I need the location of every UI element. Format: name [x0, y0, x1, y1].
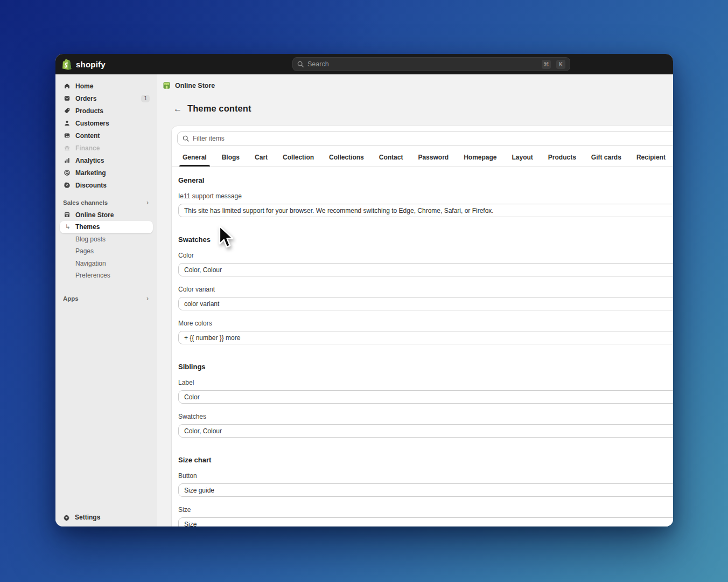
chevron-right-icon: ›	[146, 295, 149, 302]
section-swatches: Swatches Color Color variant More colors	[178, 235, 673, 344]
shopify-logo-text: shopify	[76, 60, 106, 69]
section-heading: Swatches	[178, 235, 673, 244]
online-store-icon	[163, 81, 171, 89]
mouse-cursor	[218, 225, 236, 250]
sidebar-item-content[interactable]: Content	[60, 129, 153, 142]
sidebar-item-home[interactable]: Home	[60, 80, 153, 92]
sidebar-item-preferences[interactable]: Preferences	[60, 269, 153, 282]
sidebar: Home Orders 1 Products Customers C	[55, 74, 157, 526]
color-variant-field[interactable]	[178, 297, 673, 310]
sidebar-item-themes[interactable]: ↳ Themes	[60, 221, 153, 233]
theme-content-tabs: General Blogs Cart Collection Collection…	[172, 148, 673, 167]
ie11-support-message-field[interactable]	[178, 204, 673, 217]
section-general: General Ie11 support message	[178, 176, 673, 217]
section-heading: General	[178, 176, 673, 184]
sidebar-item-discounts[interactable]: Discounts	[60, 179, 153, 191]
sidebar-item-analytics[interactable]: Analytics	[60, 154, 153, 167]
field-label: Size	[178, 506, 673, 514]
shopify-bag-icon	[62, 59, 73, 70]
sidebar-item-settings[interactable]: Settings	[60, 511, 153, 524]
theme-content-card: General Blogs Cart Collection Collection…	[171, 126, 673, 526]
orders-count-badge: 1	[141, 95, 150, 102]
ie11-support-message-input[interactable]	[184, 207, 671, 214]
section-size-chart: Size chart Button Size	[178, 456, 673, 526]
page-title: Theme content	[187, 103, 251, 114]
sidebar-item-finance[interactable]: Finance	[60, 142, 153, 154]
back-arrow-icon[interactable]: ←	[173, 105, 182, 113]
section-heading: Size chart	[178, 456, 673, 464]
siblings-swatches-field[interactable]	[178, 424, 673, 438]
orders-icon	[63, 95, 71, 102]
section-siblings: Siblings Label Swatches	[178, 363, 673, 438]
size-chart-button-field[interactable]	[178, 483, 673, 497]
sidebar-item-pages[interactable]: Pages	[60, 245, 153, 258]
filter-items-field[interactable]	[177, 131, 673, 146]
field-label: Color	[178, 252, 673, 259]
sidebar-item-products[interactable]: Products	[60, 105, 153, 117]
marketing-icon	[63, 169, 71, 176]
tab-recipient[interactable]: Recipient	[629, 148, 673, 166]
siblings-label-field[interactable]	[178, 390, 673, 404]
field-label: Label	[178, 379, 673, 386]
sidebar-item-blog-posts[interactable]: Blog posts	[60, 233, 153, 246]
cmd-key-badge: ⌘	[542, 60, 551, 69]
customers-icon	[63, 120, 71, 127]
color-variant-input[interactable]	[184, 300, 671, 308]
tab-general[interactable]: General	[175, 148, 214, 166]
sidebar-item-online-store[interactable]: Online Store	[60, 209, 153, 221]
tab-homepage[interactable]: Homepage	[456, 148, 504, 166]
k-key-badge: K	[556, 60, 565, 69]
storefront-icon	[63, 211, 71, 218]
tab-gift-cards[interactable]: Gift cards	[584, 148, 629, 166]
size-chart-size-field[interactable]	[178, 517, 673, 526]
tab-blogs[interactable]: Blogs	[214, 148, 247, 166]
tab-collections[interactable]: Collections	[321, 148, 372, 166]
tab-contact[interactable]: Contact	[372, 148, 411, 166]
field-label: More colors	[178, 320, 673, 327]
size-chart-button-input[interactable]	[184, 487, 671, 494]
field-label: Ie11 support message	[178, 192, 673, 200]
more-colors-field[interactable]	[178, 331, 673, 344]
apps-header[interactable]: Apps ›	[60, 293, 153, 304]
tab-products[interactable]: Products	[541, 148, 584, 166]
sidebar-item-marketing[interactable]: Marketing	[60, 167, 153, 179]
sidebar-item-orders[interactable]: Orders 1	[60, 92, 153, 105]
chevron-right-icon: ›	[146, 199, 149, 206]
gear-icon	[63, 514, 70, 521]
search-icon	[183, 135, 189, 142]
shopify-admin-window: shopify ⌘ K Home Orders 1	[55, 54, 673, 526]
discounts-icon	[63, 182, 71, 189]
sidebar-item-navigation[interactable]: Navigation	[60, 258, 153, 270]
field-label: Button	[178, 472, 673, 480]
tab-collection[interactable]: Collection	[275, 148, 321, 166]
section-heading: Siblings	[178, 363, 673, 371]
swatches-color-input[interactable]	[184, 266, 671, 274]
more-colors-input[interactable]	[184, 334, 671, 342]
tab-cart[interactable]: Cart	[247, 148, 275, 166]
sidebar-item-customers[interactable]: Customers	[60, 117, 153, 129]
siblings-swatches-input[interactable]	[184, 427, 671, 435]
tab-layout[interactable]: Layout	[505, 148, 541, 166]
siblings-label-input[interactable]	[184, 393, 671, 401]
filter-items-input[interactable]	[193, 135, 673, 142]
elbow-arrow-icon: ↳	[60, 223, 75, 231]
global-search[interactable]: ⌘ K	[292, 57, 570, 71]
breadcrumb[interactable]: Online Store	[157, 74, 673, 89]
search-input[interactable]	[307, 60, 536, 68]
sales-channels-header[interactable]: Sales channels ›	[60, 197, 153, 209]
finance-icon	[63, 144, 71, 151]
home-icon	[63, 82, 71, 89]
field-label: Swatches	[178, 413, 673, 420]
main-content: Online Store ← Theme content General	[157, 74, 673, 526]
top-bar: shopify ⌘ K	[55, 54, 673, 74]
swatches-color-field[interactable]	[178, 263, 673, 276]
search-icon	[297, 61, 304, 67]
size-chart-size-input[interactable]	[184, 521, 671, 527]
shopify-logo[interactable]: shopify	[55, 59, 106, 70]
field-label: Color variant	[178, 286, 673, 293]
content-icon	[63, 132, 71, 139]
analytics-icon	[63, 157, 71, 164]
products-icon	[63, 107, 71, 114]
tab-password[interactable]: Password	[410, 148, 456, 166]
